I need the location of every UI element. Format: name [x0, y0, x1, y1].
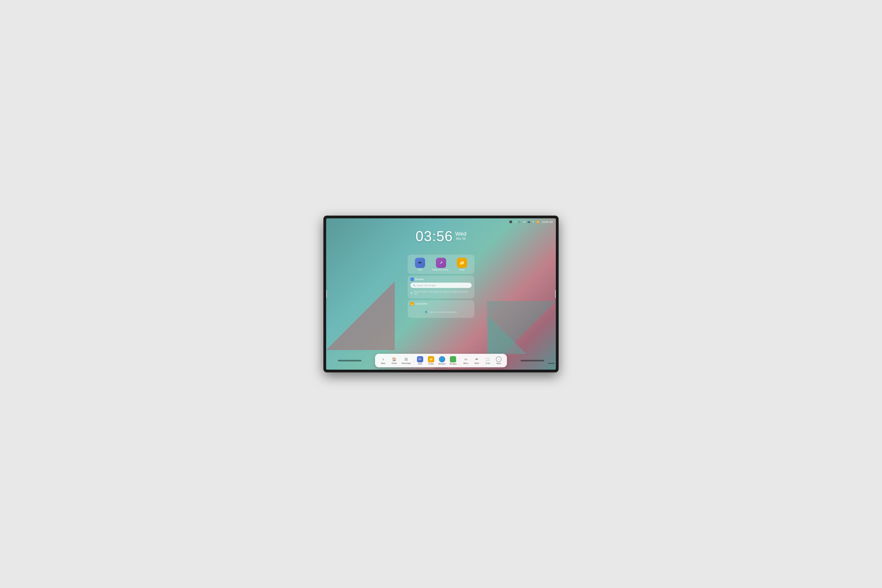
backstage-label: Backstage	[402, 362, 411, 364]
side-handle-right	[555, 290, 556, 298]
taskbar: ‹ Back 🏠 Home ||| Backstage ✏ Note 📁	[375, 354, 507, 367]
more-taskbar-label: More	[496, 362, 501, 364]
tv-screen: ⬛ ☀ 🔊 🖥 📺 ✕ 📶 03:56 AM 03:56 Wed Mar 08 …	[326, 218, 556, 370]
person-icon: 👤	[425, 310, 428, 313]
network-blocked-icon[interactable]: ✕	[532, 220, 534, 223]
more-taskbar-icon: ···	[496, 357, 502, 362]
volume-icon[interactable]: 🔊	[518, 220, 521, 223]
menu-taskbar-icon: ▭	[464, 357, 467, 362]
clock-widget: 03:56 Wed Mar 08	[416, 229, 466, 243]
taskbar-browser[interactable]: 🌐 Browser	[437, 356, 447, 366]
clock-day: Wed	[455, 231, 466, 237]
bg-decoration-1	[326, 282, 395, 350]
browser-taskbar-icon: 🌐	[439, 356, 445, 362]
cloud-drive-widget: ☁ Cloud Drive 👤 Sign in to use the cloud…	[408, 300, 474, 318]
display-icon[interactable]: 🖥	[523, 220, 525, 223]
cloud-widget-title: Cloud Drive	[415, 302, 428, 305]
browser-widget: 🌐 Browser 🔍 Search with Google ⊕ Browser…	[408, 276, 474, 298]
browser-taskbar-label: Browser	[438, 363, 446, 365]
taskbar-divider-2	[459, 357, 460, 364]
browser-hint: ⊕ Browser Search with Google can add to …	[410, 290, 472, 296]
wifi-icon[interactable]: 📶	[536, 220, 539, 223]
app-finder[interactable]: 📁 Finder	[457, 258, 467, 271]
taskbar-backstage[interactable]: ||| Backstage	[400, 356, 412, 365]
widget-area: ✏ Note ↗ SAMSUNG Screen... 📁 Finder 🌐 Br…	[408, 255, 474, 318]
taskbar-menu[interactable]: ▭ Menu	[461, 356, 471, 365]
taskbar-finder[interactable]: 📁 ▼ Finder	[426, 356, 436, 366]
browser-widget-title: Browser	[415, 278, 424, 280]
port-4	[553, 363, 554, 364]
clock-time: 03:56	[416, 229, 453, 243]
finder-app-label: Finder	[459, 269, 465, 271]
taskbar-more[interactable]: ··· More	[494, 356, 504, 365]
back-icon: ‹	[382, 357, 384, 362]
taskbar-back[interactable]: ‹ Back	[378, 356, 388, 365]
search-placeholder: Search with Google	[417, 284, 435, 286]
menu-taskbar-label: Menu	[464, 362, 468, 364]
bg-decoration-3	[487, 315, 526, 354]
apps-widget: ✏ Note ↗ SAMSUNG Screen... 📁 Finder	[408, 255, 474, 274]
note-app-label: Note	[418, 269, 422, 271]
finder-app-icon: 📁	[457, 258, 467, 268]
taskbar-home[interactable]: 🏠 Home	[389, 356, 399, 365]
port-3	[552, 363, 553, 364]
browser-widget-icon: 🌐	[410, 278, 414, 281]
add-hint-icon: ⊕	[410, 291, 413, 294]
app-samsung-screen[interactable]: ↗ SAMSUNG Screen...	[432, 258, 450, 271]
note-taskbar-icon: ✏	[417, 356, 423, 362]
speaker-right	[520, 360, 544, 362]
ports-area	[548, 363, 554, 364]
brightness-icon[interactable]: ☀	[514, 220, 516, 223]
home-icon: 🏠	[392, 357, 396, 362]
taskbar-allapps[interactable]: ▼ All apps	[448, 356, 458, 366]
port-1	[548, 363, 550, 364]
app-note[interactable]: ✏ Note	[415, 258, 425, 271]
browser-search-bar[interactable]: 🔍 Search with Google	[410, 283, 472, 288]
screen-mirror-icon[interactable]: ⬛	[509, 220, 512, 223]
cloud-signin-text: Sign in to use the cloud drive.	[429, 311, 457, 313]
crop-taskbar-icon: ⬚	[486, 357, 489, 362]
side-handle-left	[326, 290, 327, 298]
taskbar-crop[interactable]: ⬚ Crop	[483, 356, 493, 365]
samsung-screen-icon: ↗	[436, 258, 446, 268]
cloud-signin-area[interactable]: 👤 Sign in to use the cloud drive.	[410, 307, 472, 314]
browser-widget-header: 🌐 Browser	[410, 278, 472, 281]
taskbar-mark[interactable]: ✏ Mark	[472, 356, 482, 365]
back-label: Back	[381, 362, 386, 364]
tv-display: ⬛ ☀ 🔊 🖥 📺 ✕ 📶 03:56 AM 03:56 Wed Mar 08 …	[323, 216, 559, 372]
allapps-dropdown-arrow: ▼	[455, 361, 457, 362]
allapps-taskbar-label: All apps	[450, 363, 457, 365]
clock-date: Wed Mar 08	[455, 229, 466, 240]
mark-taskbar-icon: ✏	[475, 357, 478, 362]
cast-icon[interactable]: 📺	[527, 220, 530, 223]
cloud-widget-header: ☁ Cloud Drive	[410, 302, 472, 306]
samsung-screen-label: SAMSUNG Screen...	[432, 269, 450, 271]
finder-dropdown-arrow: ▼	[433, 361, 435, 362]
status-time: 03:56 AM	[542, 220, 553, 224]
port-2	[550, 363, 551, 364]
status-bar: ⬛ ☀ 🔊 🖥 📺 ✕ 📶 03:56 AM	[326, 218, 556, 225]
browser-hint-text: Browser Search with Google can add to th…	[414, 291, 472, 295]
finder-taskbar-label: Finder	[428, 363, 434, 365]
home-label: Home	[392, 362, 397, 364]
speaker-left	[338, 360, 362, 362]
backstage-icon: |||	[405, 357, 408, 362]
search-magnifier-icon: 🔍	[413, 284, 416, 286]
taskbar-note[interactable]: ✏ Note	[415, 356, 425, 366]
note-taskbar-label: Note	[418, 363, 422, 365]
mark-taskbar-label: Mark	[475, 362, 479, 364]
cloud-widget-icon: ☁	[410, 302, 414, 306]
clock-month-date: Mar 08	[455, 237, 466, 240]
crop-taskbar-label: Crop	[486, 362, 490, 364]
note-app-icon: ✏	[415, 258, 425, 268]
